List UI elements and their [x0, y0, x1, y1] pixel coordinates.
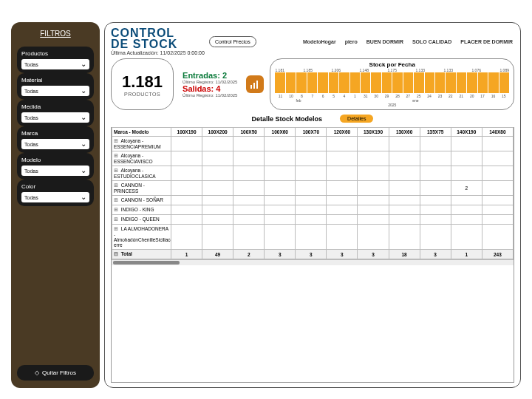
- row-name-cell[interactable]: ⊞ INDIGO - QUEEN: [112, 215, 171, 225]
- horizontal-scrollbar[interactable]: [112, 259, 514, 265]
- row-name-cell[interactable]: ⊞ LA ALMOHADONERA - AlmohadónChenilleSic…: [112, 225, 171, 250]
- chart-bar: [382, 72, 392, 93]
- data-cell: [265, 137, 296, 151]
- scrollbar-thumb[interactable]: [113, 261, 180, 265]
- data-cell: [420, 137, 451, 151]
- column-header[interactable]: 100X50: [233, 128, 265, 137]
- brand-logo: PLACER DE DORMIR: [459, 39, 514, 44]
- column-header[interactable]: 100X60: [265, 128, 296, 137]
- data-cell: [202, 225, 233, 250]
- data-cell: [327, 181, 358, 196]
- filter-marca: MarcaTodas: [17, 126, 94, 153]
- data-cell: [233, 205, 265, 215]
- column-header[interactable]: 100X190: [171, 128, 202, 137]
- data-cell: [296, 225, 327, 250]
- chart-bar: [329, 72, 338, 93]
- data-cell: [451, 137, 482, 151]
- brand-logo: SOLO CALIDAD: [411, 39, 453, 44]
- data-cell: [202, 215, 233, 225]
- filter-label: Productos: [21, 50, 89, 57]
- stock-by-date-chart: Stock por Fecha 1.1811.1851.2061.1481.17…: [270, 58, 514, 110]
- clear-filters-label: Quitar Filtros: [42, 369, 76, 376]
- salidas-row: Salidas: 4: [183, 84, 237, 93]
- chart-bar: [478, 72, 488, 93]
- table-row[interactable]: ⊞ CANNON - PRINCESS2: [112, 181, 514, 196]
- column-header[interactable]: 130X190: [358, 128, 389, 137]
- column-header[interactable]: 100X70: [296, 128, 327, 137]
- data-cell: [482, 215, 513, 225]
- filter-select[interactable]: Todas: [21, 139, 89, 149]
- table-row[interactable]: ⊞ INDIGO - QUEEN: [112, 215, 514, 225]
- kpi-row: 1.181 PRODUCTOS Entradas: 2 Último Regis…: [111, 58, 514, 110]
- column-header[interactable]: 135X75: [420, 128, 451, 137]
- chart-bar: [361, 72, 370, 93]
- data-cell: [420, 215, 451, 225]
- data-cell: [171, 215, 202, 225]
- chart-bar: [350, 72, 360, 93]
- row-name-cell[interactable]: ⊞ INDIGO - KING: [112, 205, 171, 215]
- data-cell: [327, 151, 358, 166]
- row-name-cell[interactable]: ⊞ CANNON - SOÑAR: [112, 196, 171, 205]
- chart-bar: [403, 72, 413, 93]
- column-header[interactable]: 100X200: [202, 128, 233, 137]
- chart-bar: [286, 72, 296, 93]
- eraser-icon: ◇: [35, 369, 39, 376]
- chart-bar: [371, 72, 381, 93]
- row-name-cell[interactable]: ⊞ Alcoyana - ESSENCIAVISCO: [112, 151, 171, 166]
- data-cell: [482, 166, 513, 181]
- data-cell: [482, 205, 513, 215]
- filter-select[interactable]: Todas: [21, 192, 89, 202]
- data-cell: [482, 137, 513, 151]
- data-cell: [171, 181, 202, 196]
- data-cell: [296, 205, 327, 215]
- last-update: Última Actualización: 11/02/2025 0:00:00: [111, 50, 205, 55]
- table-row[interactable]: ⊞ CANNON - SOÑAR: [112, 196, 514, 205]
- chart-bar: [414, 72, 423, 93]
- table-row[interactable]: ⊞ Alcoyana - ESSENCIAVISCO: [112, 151, 514, 166]
- data-cell: [327, 196, 358, 205]
- table-row[interactable]: ⊞ INDIGO - KING: [112, 205, 514, 215]
- chart-bar: [307, 72, 317, 93]
- data-cell: [451, 205, 482, 215]
- control-precios-button[interactable]: Control Precios: [209, 36, 256, 47]
- data-cell: [420, 196, 451, 205]
- data-cell: [202, 166, 233, 181]
- column-header[interactable]: 140X190: [451, 128, 482, 137]
- filter-select[interactable]: Todas: [21, 86, 89, 96]
- column-header[interactable]: 140X80: [482, 128, 513, 137]
- total-cell: 3: [420, 250, 451, 259]
- row-name-cell[interactable]: ⊞ CANNON - PRINCESS: [112, 181, 171, 196]
- column-header[interactable]: 130X60: [389, 128, 420, 137]
- data-cell: [265, 196, 296, 205]
- filter-select[interactable]: Todas: [21, 166, 89, 176]
- clear-filters-button[interactable]: ◇ Quitar Filtros: [17, 365, 94, 381]
- chart-bar: [446, 72, 455, 93]
- entradas-row: Entradas: 2: [183, 71, 237, 80]
- brand-logos: ModeloHogarpieroBUEN DORMIRSOLO CALIDADP…: [301, 39, 514, 44]
- total-cell: 49: [202, 250, 233, 259]
- row-name-cell[interactable]: ⊞ Alcoyana - ESTUDIOCLASICA: [112, 166, 171, 181]
- filter-label: Modelo: [21, 157, 89, 163]
- detalles-button[interactable]: Detalles: [340, 115, 373, 123]
- data-cell: [482, 196, 513, 205]
- data-cell: [233, 166, 265, 181]
- data-cell: [451, 196, 482, 205]
- filter-label: Color: [21, 183, 89, 190]
- topbar: CONTROL DE STOCK Última Actualización: 1…: [111, 27, 514, 55]
- row-name-cell[interactable]: ⊞ Alcoyana - ESSENCIAPREMIUM: [112, 137, 171, 151]
- table-row[interactable]: ⊞ LA ALMOHADONERA - AlmohadónChenilleSic…: [112, 225, 514, 250]
- filter-label: Marca: [21, 130, 89, 137]
- table-wrap: Marca - Modelo100X190100X200100X50100X60…: [111, 127, 514, 383]
- chart-icon[interactable]: [246, 75, 264, 93]
- data-cell: [451, 225, 482, 250]
- filter-select[interactable]: Todas: [21, 59, 89, 69]
- total-cell: 1: [171, 250, 202, 259]
- column-header[interactable]: 120X60: [327, 128, 358, 137]
- table-row[interactable]: ⊞ Alcoyana - ESSENCIAPREMIUM: [112, 137, 514, 151]
- table-row[interactable]: ⊞ Alcoyana - ESTUDIOCLASICA: [112, 166, 514, 181]
- svg-rect-1: [253, 83, 255, 89]
- filter-select[interactable]: Todas: [21, 112, 89, 123]
- data-cell: [202, 205, 233, 215]
- last-update-value: 11/02/2025 0:00:00: [160, 50, 205, 55]
- data-cell: [358, 205, 389, 215]
